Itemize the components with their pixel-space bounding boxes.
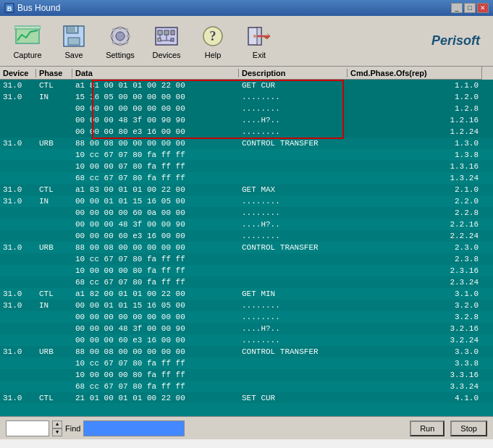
window-controls: _ □ ✕	[451, 3, 489, 13]
maximize-button[interactable]: □	[464, 3, 476, 13]
svg-rect-20	[164, 30, 169, 35]
row-desc: ........	[239, 93, 347, 101]
row-desc: ....H?..	[239, 220, 347, 229]
row-desc: ........	[239, 104, 347, 113]
row-data: 88 00 08 00 00 00 00 00	[72, 243, 239, 252]
app-title: Bus Hound	[17, 3, 60, 13]
row-desc: ........	[239, 336, 347, 345]
run-button[interactable]: Run	[410, 420, 444, 436]
col-header-device: Device	[0, 69, 36, 77]
spin-down-button[interactable]: ▼	[52, 428, 62, 436]
spin-up-button[interactable]: ▲	[52, 420, 62, 428]
table-row: 68 cc 67 07 80 fa ff ff 2.3.24	[0, 276, 493, 288]
devices-label: Devices	[152, 51, 180, 59]
row-cmd: 2.1.0	[347, 185, 493, 194]
row-device: 31.0	[0, 93, 36, 101]
row-desc: GET CUR	[239, 81, 347, 90]
table-row: 00 00 00 00 00 00 00 00 ........ 3.2.8	[0, 311, 493, 323]
row-data: 15 16 05 00 00 00 00 00	[72, 93, 239, 101]
table-row: 31.0 CTL a1 81 00 01 01 00 22 00 GET CUR…	[0, 80, 493, 91]
find-highlight-field[interactable]	[83, 420, 185, 436]
exit-icon	[246, 23, 272, 49]
row-cmd: 3.2.24	[347, 336, 493, 345]
data-table[interactable]: 31.0 CTL a1 81 00 01 01 00 22 00 GET CUR…	[0, 80, 493, 403]
table-row: 10 00 00 00 80 fa ff ff 2.3.16	[0, 265, 493, 276]
row-data: 00 00 01 01 15 16 05 00	[72, 301, 239, 310]
save-icon	[61, 23, 87, 49]
svg-rect-26	[171, 38, 174, 41]
row-cmd: 2.3.24	[347, 278, 493, 287]
row-phase: CTL	[36, 394, 72, 402]
row-cmd: 3.3.16	[347, 371, 493, 379]
settings-button[interactable]: Settings	[98, 20, 142, 63]
col-header-cmd: Cmd.Phase.Ofs(rep)	[347, 69, 481, 77]
row-cmd: 2.2.16	[347, 220, 493, 229]
settings-label: Settings	[106, 51, 135, 59]
row-device: 31.0	[0, 81, 36, 90]
row-phase: IN	[36, 301, 72, 310]
row-data: 00 00 00 80 e3 16 00 00	[72, 127, 239, 136]
row-data: 00 00 01 01 15 16 05 00	[72, 197, 239, 206]
row-cmd: 2.3.0	[347, 243, 493, 252]
svg-rect-7	[75, 27, 77, 32]
table-row: 00 00 00 48 3f 00 90 90 ....H?.. 1.2.16	[0, 114, 493, 126]
svg-rect-21	[171, 30, 174, 35]
row-data: 21 01 00 01 01 00 22 00	[72, 394, 239, 402]
devices-button[interactable]: Devices	[145, 20, 188, 63]
app-icon: B	[4, 3, 14, 13]
table-row: 10 00 00 00 80 fa ff ff 3.3.16	[0, 369, 493, 381]
exit-label: Exit	[253, 51, 266, 59]
table-row: 00 00 00 48 3f 00 00 90 ....H?.. 2.2.16	[0, 219, 493, 230]
capture-button[interactable]: Capture	[6, 20, 49, 63]
svg-text:B: B	[7, 5, 12, 12]
svg-rect-3	[14, 26, 41, 29]
table-row: 10 cc 67 07 80 fa ff ff 3.3.8	[0, 358, 493, 369]
devices-icon	[153, 23, 180, 49]
row-desc: ........	[239, 301, 347, 310]
row-cmd: 3.3.8	[347, 359, 493, 368]
svg-rect-6	[68, 38, 80, 45]
help-button[interactable]: ? Help	[191, 20, 235, 63]
title-bar: B Bus Hound _ □ ✕	[0, 0, 493, 16]
exit-button[interactable]: Exit	[237, 20, 281, 63]
row-phase: URB	[36, 347, 72, 356]
row-cmd: 2.3.8	[347, 255, 493, 263]
row-cmd: 3.2.16	[347, 324, 493, 333]
close-button[interactable]: ✕	[477, 3, 489, 13]
row-cmd: 1.3.24	[347, 174, 493, 182]
row-cmd: 1.2.24	[347, 127, 493, 136]
minimize-button[interactable]: _	[451, 3, 463, 13]
row-data: 00 00 00 48 3f 00 00 90	[72, 324, 239, 333]
save-button[interactable]: Save	[52, 20, 96, 63]
row-data: 10 cc 67 07 80 fa ff ff	[72, 359, 239, 368]
row-cmd: 1.2.0	[347, 93, 493, 101]
stop-button[interactable]: Stop	[450, 420, 487, 436]
bottom-bar: ▲ ▼ Find Run Stop	[0, 416, 493, 439]
row-device: 31.0	[0, 289, 36, 298]
row-data: 68 cc 67 07 80 fa ff ff	[72, 278, 239, 287]
row-desc: CONTROL TRANSFER	[239, 243, 347, 252]
table-row: 31.0 URB 88 00 08 00 00 00 00 00 CONTROL…	[0, 138, 493, 149]
row-cmd: 1.3.16	[347, 162, 493, 171]
row-phase: URB	[36, 243, 72, 252]
row-device: 31.0	[0, 394, 36, 402]
table-row: 31.0 CTL 21 01 00 01 01 00 22 00 SET CUR…	[0, 392, 493, 403]
row-phase: IN	[36, 197, 72, 206]
row-data: 68 cc 67 07 80 fa ff ff	[72, 382, 239, 391]
row-desc: ........	[239, 208, 347, 217]
row-data: a1 81 00 01 01 00 22 00	[72, 81, 239, 90]
row-phase: CTL	[36, 289, 72, 298]
table-row: 31.0 URB 88 00 08 00 00 00 00 00 CONTROL…	[0, 346, 493, 358]
row-data: a1 83 00 01 01 00 22 00	[72, 185, 239, 194]
table-row: 00 00 00 60 e3 16 00 00 ........ 2.2.24	[0, 230, 493, 242]
table-row: 31.0 IN 00 00 01 01 15 16 05 00 ........…	[0, 195, 493, 207]
help-icon: ?	[200, 23, 226, 49]
row-cmd: 1.3.0	[347, 139, 493, 148]
row-device: 31.0	[0, 185, 36, 194]
row-cmd: 3.2.8	[347, 313, 493, 321]
table-row: 00 00 00 00 60 0a 00 00 ........ 2.2.8	[0, 207, 493, 219]
svg-rect-11	[119, 43, 122, 46]
row-cmd: 1.2.16	[347, 116, 493, 124]
save-label: Save	[64, 51, 83, 59]
number-input[interactable]	[6, 420, 49, 436]
